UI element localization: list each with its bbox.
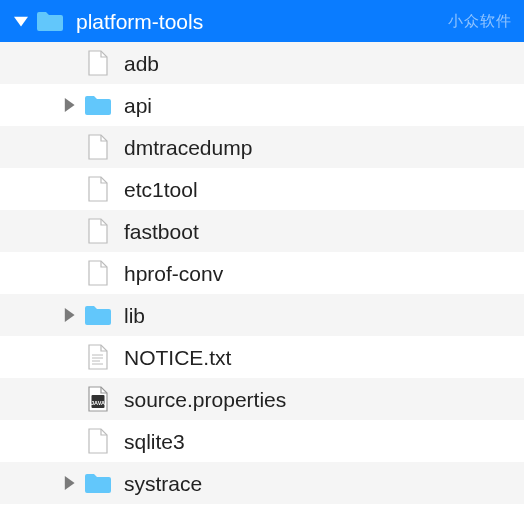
folder-icon	[36, 7, 64, 35]
svg-marker-9	[65, 476, 75, 490]
tree-item-label: adb	[124, 53, 524, 74]
tree-row[interactable]: adb	[0, 42, 524, 84]
tree-item-label: sqlite3	[124, 431, 524, 452]
disclosure-spacer	[60, 264, 78, 282]
tree-row[interactable]: etc1tool	[0, 168, 524, 210]
file-icon	[84, 175, 112, 203]
disclosure-spacer	[60, 390, 78, 408]
tree-row[interactable]: systrace	[0, 462, 524, 504]
tree-row-root[interactable]: platform-tools 小众软件	[0, 0, 524, 42]
tree-item-label: hprof-conv	[124, 263, 524, 284]
disclosure-triangle-icon[interactable]	[60, 306, 78, 324]
svg-marker-0	[14, 17, 28, 27]
file-icon	[84, 133, 112, 161]
folder-icon	[84, 469, 112, 497]
tree-item-label: fastboot	[124, 221, 524, 242]
tree-row[interactable]: fastboot	[0, 210, 524, 252]
tree-row[interactable]: dmtracedump	[0, 126, 524, 168]
file-icon	[84, 427, 112, 455]
tree-row[interactable]: lib	[0, 294, 524, 336]
tree-item-label: etc1tool	[124, 179, 524, 200]
file-tree: platform-tools 小众软件 adb api	[0, 0, 524, 504]
svg-text:JAVA: JAVA	[91, 400, 105, 406]
file-icon	[84, 217, 112, 245]
tree-row[interactable]: sqlite3	[0, 420, 524, 462]
tree-item-label: NOTICE.txt	[124, 347, 524, 368]
disclosure-spacer	[60, 432, 78, 450]
disclosure-spacer	[60, 138, 78, 156]
disclosure-spacer	[60, 222, 78, 240]
svg-marker-2	[65, 308, 75, 322]
tree-item-label: dmtracedump	[124, 137, 524, 158]
tree-row[interactable]: NOTICE.txt	[0, 336, 524, 378]
tree-item-label: systrace	[124, 473, 524, 494]
file-icon	[84, 259, 112, 287]
svg-marker-1	[65, 98, 75, 112]
text-file-icon	[84, 343, 112, 371]
properties-file-icon: JAVA	[84, 385, 112, 413]
watermark-text: 小众软件	[448, 12, 512, 31]
disclosure-triangle-icon[interactable]	[60, 96, 78, 114]
tree-row[interactable]: api	[0, 84, 524, 126]
tree-row[interactable]: JAVA source.properties	[0, 378, 524, 420]
tree-item-label: source.properties	[124, 389, 524, 410]
disclosure-spacer	[60, 348, 78, 366]
tree-item-label: lib	[124, 305, 524, 326]
disclosure-triangle-icon[interactable]	[60, 474, 78, 492]
disclosure-spacer	[60, 54, 78, 72]
tree-row[interactable]: hprof-conv	[0, 252, 524, 294]
file-icon	[84, 49, 112, 77]
folder-icon	[84, 301, 112, 329]
tree-item-label: api	[124, 95, 524, 116]
disclosure-triangle-icon[interactable]	[12, 12, 30, 30]
folder-icon	[84, 91, 112, 119]
disclosure-spacer	[60, 180, 78, 198]
